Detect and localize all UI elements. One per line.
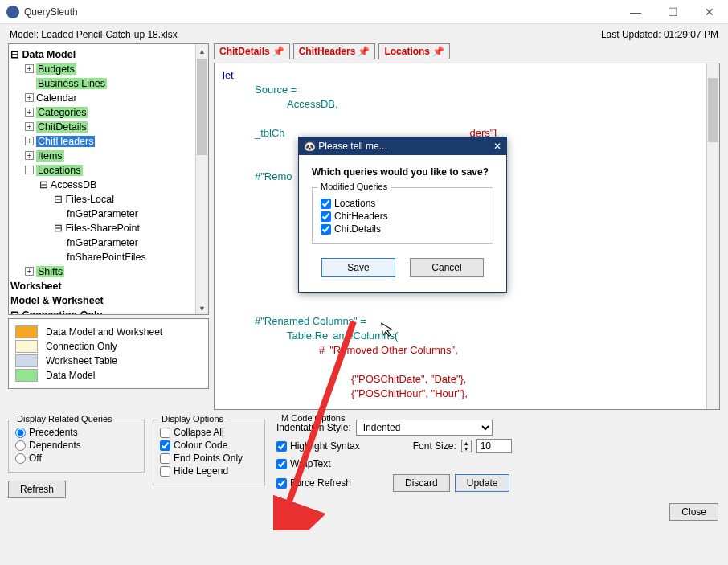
legend-label-d: Data Model — [46, 370, 95, 381]
tree-item-shifts[interactable]: +Shifts — [10, 264, 207, 279]
legend-swatch-cream — [15, 340, 38, 353]
app-icon — [6, 6, 19, 18]
legend-label-c: Worksheet Table — [46, 355, 117, 366]
dispopts-title: Display Options — [158, 414, 227, 424]
titlebar: QuerySleuth — ☐ ✕ — [0, 0, 728, 24]
tree-item-accessdb[interactable]: ⊟ AccessDB — [10, 178, 207, 192]
tree-panel[interactable]: ⊟ Data Model +Budgets Business Lines +Ca… — [8, 43, 209, 315]
tree-item-categories[interactable]: +Categories — [10, 105, 207, 120]
code-scrollbar[interactable] — [706, 63, 719, 409]
indent-select[interactable]: Indented — [356, 420, 493, 436]
chk-collapseall[interactable]: Collapse All — [160, 427, 258, 438]
tree-root[interactable]: ⊟ Data Model — [10, 47, 207, 62]
chk-save-chitheaders[interactable]: ChitHeaders — [321, 211, 485, 222]
tree-scrollbar[interactable]: ▲▼ — [195, 44, 208, 314]
dialog-icon: 🐼 — [304, 141, 316, 152]
fontsize-label: Font Size: — [413, 440, 456, 452]
close-window-button[interactable]: ✕ — [691, 0, 728, 24]
radio-precedents[interactable]: Precedents — [15, 427, 137, 438]
tree-item-locations[interactable]: −Locations — [10, 163, 207, 178]
tree-item-budgets[interactable]: +Budgets — [10, 62, 207, 76]
display-options-group: Display Options Collapse All Colour Code… — [153, 420, 265, 485]
minimize-button[interactable]: — — [617, 0, 654, 24]
tree-item-chitheaders[interactable]: +ChitHeaders — [10, 134, 207, 149]
radio-off[interactable]: Off — [15, 452, 137, 464]
modified-queries-title: Modified Queries — [317, 182, 391, 191]
legend-swatch-blue — [15, 354, 38, 367]
tree-item-items[interactable]: +Items — [10, 149, 207, 163]
app-title: QuerySleuth — [24, 6, 617, 18]
model-status: Model: Loaded Pencil-Catch-up 18.xlsx — [10, 29, 178, 40]
tab-chitdetails[interactable]: ChitDetails📌 — [214, 43, 290, 59]
discard-button[interactable]: Discard — [393, 474, 450, 492]
chk-colourcode[interactable]: Colour Code — [160, 440, 258, 451]
tree-item-filessp[interactable]: ⊟ Files-SharePoint — [10, 221, 207, 235]
legend-panel: Data Model and Worksheet Connection Only… — [8, 318, 209, 389]
last-updated: Last Updated: 01:29:07 PM — [601, 29, 718, 40]
legend-label-a: Data Model and Worksheet — [46, 326, 162, 338]
chk-highlightsyntax[interactable]: Highlight Syntax — [276, 440, 360, 452]
pin-icon[interactable]: 📌 — [272, 46, 284, 57]
tree-item-calendar[interactable]: +Calendar — [10, 91, 207, 105]
chk-save-locations[interactable]: Locations — [321, 198, 485, 209]
tab-row: ChitDetails📌 ChitHeaders📌 Locations📌 — [214, 43, 720, 59]
tree-item-fn3[interactable]: fnSharePointFiles — [10, 250, 207, 264]
mcode-title: M Code Options — [278, 413, 348, 423]
mcode-options-group: M Code Options Indentation Style: Indent… — [273, 420, 720, 492]
related-title: Display Related Queries — [14, 414, 116, 424]
dialog-title: Please tell me... — [318, 141, 386, 152]
tree-item-chitdetails[interactable]: +ChitDetails — [10, 120, 207, 134]
tree-item-businesslines[interactable]: Business Lines — [10, 76, 207, 91]
save-button[interactable]: Save — [321, 258, 395, 277]
tree-connectiononly[interactable]: ⊟ Connection Only — [10, 308, 207, 315]
related-queries-group: Display Related Queries Precedents Depen… — [8, 420, 145, 473]
tab-locations[interactable]: Locations📌 — [378, 43, 450, 59]
tab-chitheaders[interactable]: ChitHeaders📌 — [293, 43, 376, 59]
window-buttons: — ☐ ✕ — [617, 0, 728, 24]
tree-item-fn2[interactable]: fnGetParameter — [10, 235, 207, 250]
save-dialog: 🐼 Please tell me... ✕ Which queries woul… — [298, 137, 507, 293]
legend-swatch-orange — [15, 325, 38, 338]
chk-save-chitdetails[interactable]: ChitDetails — [321, 223, 485, 235]
chk-forcerefresh[interactable]: Force Refresh — [276, 477, 351, 489]
close-button[interactable]: Close — [669, 503, 718, 521]
dialog-question: Which queries would you like to save? — [312, 166, 493, 178]
legend-swatch-green — [15, 369, 38, 382]
maximize-button[interactable]: ☐ — [654, 0, 691, 24]
update-button[interactable]: Update — [455, 474, 510, 492]
status-row: Model: Loaded Pencil-Catch-up 18.xlsx La… — [0, 24, 728, 43]
fontsize-input[interactable] — [476, 439, 512, 453]
chk-wraptext[interactable]: WrapText — [276, 458, 330, 469]
indent-label: Indentation Style: — [276, 422, 351, 433]
pin-icon[interactable]: 📌 — [358, 46, 370, 57]
chk-hidelegend[interactable]: Hide Legend — [160, 465, 258, 477]
legend-label-b: Connection Only — [46, 341, 117, 352]
chk-endpoints[interactable]: End Points Only — [160, 452, 258, 464]
cancel-button[interactable]: Cancel — [410, 258, 484, 277]
pin-icon[interactable]: 📌 — [432, 46, 444, 57]
dialog-close-icon[interactable]: ✕ — [493, 141, 501, 152]
tree-worksheet[interactable]: Worksheet — [10, 279, 207, 293]
tree-item-fn1[interactable]: fnGetParameter — [10, 207, 207, 221]
radio-dependents[interactable]: Dependents — [15, 440, 137, 451]
refresh-button[interactable]: Refresh — [8, 481, 66, 498]
fontsize-spinner[interactable]: ▲▼ — [461, 440, 472, 452]
tree-item-fileslocal[interactable]: ⊟ Files-Local — [10, 192, 207, 207]
tree-modelworksheet[interactable]: Model & Worksheet — [10, 293, 207, 308]
